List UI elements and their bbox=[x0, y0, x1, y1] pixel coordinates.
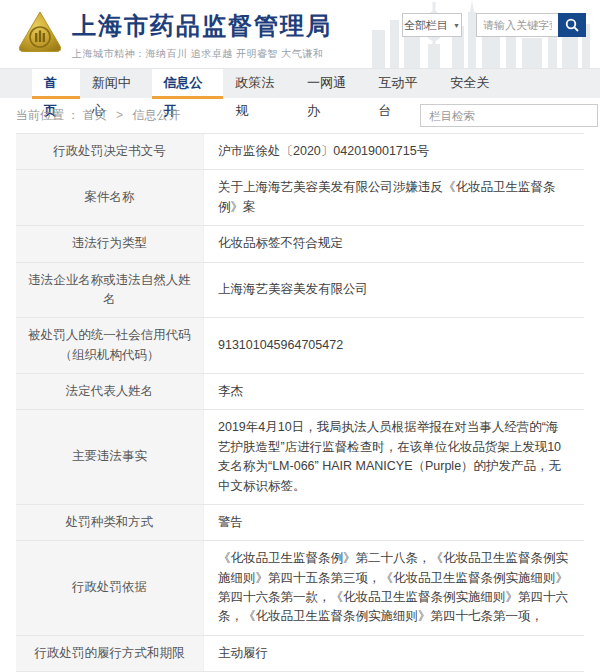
table-row: 被处罚人的统一社会信用代码（组织机构代码）913101045964705472 bbox=[16, 318, 584, 374]
row-value: 警告 bbox=[204, 505, 584, 540]
row-value: 主动履行 bbox=[204, 636, 584, 671]
category-select[interactable]: 全部栏目 ▼ bbox=[402, 13, 462, 37]
nav-tab-0[interactable]: 首页 bbox=[32, 69, 80, 99]
table-row: 法定代表人姓名李杰 bbox=[16, 374, 584, 410]
row-label: 案件名称 bbox=[16, 170, 204, 225]
breadcrumb-separator: > bbox=[116, 108, 123, 122]
row-label: 处罚种类和方式 bbox=[16, 505, 204, 540]
category-select-label: 全部栏目 bbox=[404, 18, 448, 33]
row-label: 主要违法事实 bbox=[16, 410, 204, 504]
table-row: 违法企业名称或违法自然人姓名上海海艺美容美发有限公司 bbox=[16, 263, 584, 319]
row-value: 2019年4月10日，我局执法人员根据举报在对当事人经营的“海艺护肤造型”店进行… bbox=[204, 410, 584, 504]
nav-tab-1[interactable]: 新闻中心 bbox=[80, 69, 152, 99]
row-label: 法定代表人姓名 bbox=[16, 374, 204, 409]
agency-logo-icon bbox=[16, 9, 64, 57]
breadcrumb: 当前位置 ： 首页 > 信息公开 bbox=[16, 107, 180, 124]
row-label: 违法企业名称或违法自然人姓名 bbox=[16, 263, 204, 318]
row-value: 913101045964705472 bbox=[204, 318, 584, 373]
row-value: 《化妆品卫生监督条例》第二十八条，《化妆品卫生监督条例实施细则》第四十五条第三项… bbox=[204, 541, 584, 635]
table-row: 行政处罚的履行方式和期限主动履行 bbox=[16, 636, 584, 672]
main-nav-inner: 首页新闻中心信息公开政策法规一网通办互动平台安全关注 bbox=[32, 69, 510, 99]
header-search-area: 全部栏目 ▼ bbox=[402, 13, 586, 37]
table-row: 行政处罚决定书文号沪市监徐处〔2020〕042019001715号 bbox=[16, 134, 584, 170]
penalty-detail-table: 行政处罚决定书文号沪市监徐处〔2020〕042019001715号案件名称关于上… bbox=[16, 133, 584, 672]
nav-tab-4[interactable]: 一网通办 bbox=[295, 69, 367, 99]
nav-tab-6[interactable]: 安全关注 bbox=[438, 69, 510, 99]
breadcrumb-bar: 当前位置 ： 首页 > 信息公开 bbox=[0, 98, 600, 133]
nav-tab-5[interactable]: 互动平台 bbox=[367, 69, 439, 99]
nav-tab-3[interactable]: 政策法规 bbox=[223, 69, 295, 99]
table-row: 案件名称关于上海海艺美容美发有限公司涉嫌违反《化妆品卫生监督条例》案 bbox=[16, 170, 584, 226]
site-title-block: 上海市药品监督管理局 上海城市精神：海纳百川 追求卓越 开明睿智 大气谦和 bbox=[72, 10, 332, 61]
row-value: 李杰 bbox=[204, 374, 584, 409]
site-header: 上海市药品监督管理局 上海城市精神：海纳百川 追求卓越 开明睿智 大气谦和 全部… bbox=[0, 0, 600, 68]
row-label: 违法行为类型 bbox=[16, 226, 204, 261]
row-value: 上海海艺美容美发有限公司 bbox=[204, 263, 584, 318]
row-value: 化妆品标签不符合规定 bbox=[204, 226, 584, 261]
caret-down-icon: ▼ bbox=[453, 22, 460, 29]
table-row: 行政处罚依据《化妆品卫生监督条例》第二十八条，《化妆品卫生监督条例实施细则》第四… bbox=[16, 541, 584, 636]
breadcrumb-prefix: 当前位置 ： bbox=[16, 108, 79, 122]
section-search-input[interactable] bbox=[420, 104, 598, 127]
row-value: 沪市监徐处〔2020〕042019001715号 bbox=[204, 134, 584, 169]
row-label: 行政处罚决定书文号 bbox=[16, 134, 204, 169]
row-value: 关于上海海艺美容美发有限公司涉嫌违反《化妆品卫生监督条例》案 bbox=[204, 170, 584, 225]
nav-tab-2[interactable]: 信息公开 bbox=[152, 69, 224, 99]
table-row: 处罚种类和方式警告 bbox=[16, 505, 584, 541]
breadcrumb-section-link[interactable]: 信息公开 bbox=[132, 108, 180, 122]
table-row: 主要违法事实2019年4月10日，我局执法人员根据举报在对当事人经营的“海艺护肤… bbox=[16, 410, 584, 505]
search-button[interactable] bbox=[558, 13, 586, 37]
row-label: 行政处罚的履行方式和期限 bbox=[16, 636, 204, 671]
search-icon bbox=[565, 18, 579, 32]
row-label: 行政处罚依据 bbox=[16, 541, 204, 635]
main-nav: 首页新闻中心信息公开政策法规一网通办互动平台安全关注 bbox=[0, 68, 600, 98]
site-subtitle: 上海城市精神：海纳百川 追求卓越 开明睿智 大气谦和 bbox=[72, 47, 332, 61]
table-row: 违法行为类型化妆品标签不符合规定 bbox=[16, 226, 584, 262]
row-label: 被处罚人的统一社会信用代码（组织机构代码） bbox=[16, 318, 204, 373]
breadcrumb-home-link[interactable]: 首页 bbox=[83, 108, 107, 122]
keyword-search-input[interactable] bbox=[476, 13, 558, 37]
site-title: 上海市药品监督管理局 bbox=[72, 10, 332, 42]
